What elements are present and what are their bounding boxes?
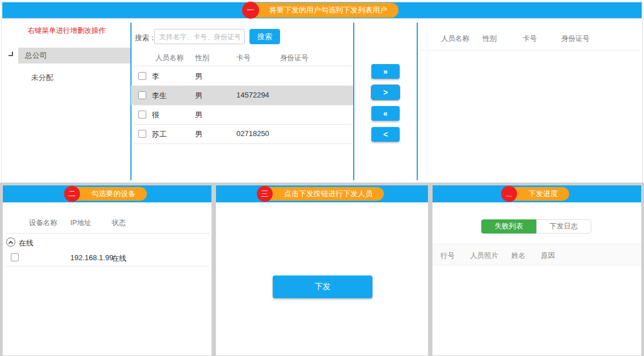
result-header-strip: 行号 人员照片 姓名 原因 bbox=[433, 244, 641, 265]
result-col-photo: 人员照片 bbox=[470, 251, 498, 261]
target-col-card: 卡号 bbox=[523, 34, 537, 44]
step3-instruction: 点击下发按钮进行下发人员 bbox=[284, 189, 372, 199]
cell-card: 02718250 bbox=[236, 129, 269, 138]
row-checkbox[interactable] bbox=[138, 130, 146, 138]
step1-instruction: 将要下发的用户勾选到下发列表用户 bbox=[269, 5, 387, 15]
source-col-name: 人员名称 bbox=[155, 53, 184, 63]
result-col-reason: 原因 bbox=[541, 251, 555, 261]
row-checkbox[interactable] bbox=[138, 72, 146, 80]
row-checkbox[interactable] bbox=[138, 111, 146, 118]
tree-item-company[interactable]: 总公司 bbox=[18, 48, 130, 63]
tab-failed-list[interactable]: 失败列表 bbox=[481, 219, 536, 234]
row-checkbox[interactable] bbox=[138, 91, 146, 99]
cell-gender: 男 bbox=[195, 129, 202, 139]
tree-hint: 右键菜单进行增删改操作 bbox=[2, 26, 131, 36]
distribute-panel: 三 点击下发按钮进行下发人员 下发 bbox=[215, 185, 429, 356]
source-col-gender: 性别 bbox=[195, 53, 209, 63]
cell-gender: 男 bbox=[195, 91, 202, 101]
step1-header-bar: 一 将要下发的用户勾选到下发列表用户 bbox=[2, 2, 642, 19]
search-button[interactable]: 搜索 bbox=[249, 29, 280, 44]
cell-gender: 男 bbox=[195, 71, 202, 82]
cell-name: 李 bbox=[152, 71, 159, 82]
cell-name: 李生 bbox=[152, 91, 167, 101]
cell-gender: 男 bbox=[195, 110, 202, 120]
step1-badge: 一 将要下发的用户勾选到下发列表用户 bbox=[245, 3, 399, 18]
devices-panel: 二 勾选要的设备 设备名称 IP地址 状态 在线 192.168.1.99 在线 bbox=[2, 185, 212, 356]
tab-distribute-log[interactable]: 下发日志 bbox=[536, 219, 591, 234]
cell-name: 苏工 bbox=[152, 129, 167, 139]
progress-panel: ... 下发进度 失败列表 下发日志 行号 人员照片 姓名 原因 bbox=[432, 185, 642, 356]
move-right-button[interactable]: > bbox=[371, 85, 400, 100]
device-status: 在线 bbox=[112, 253, 126, 264]
move-all-right-button[interactable]: » bbox=[371, 64, 400, 79]
tree-item-unassigned[interactable]: 未分配 bbox=[31, 73, 53, 83]
move-all-left-button[interactable]: « bbox=[371, 106, 400, 121]
step1-number-icon: 一 bbox=[242, 2, 259, 19]
move-left-button[interactable]: < bbox=[371, 127, 400, 142]
source-col-card: 卡号 bbox=[236, 53, 251, 63]
step2-instruction: 勾选要的设备 bbox=[91, 189, 135, 199]
table-row[interactable]: 苏工 男 02718250 bbox=[131, 124, 353, 143]
device-ip: 192.168.1.99 bbox=[70, 253, 113, 262]
tree-expand-icon[interactable] bbox=[9, 52, 13, 56]
step2-header-bar: 二 勾选要的设备 bbox=[3, 185, 211, 202]
transfer-right-divider bbox=[417, 23, 418, 180]
distribute-button[interactable]: 下发 bbox=[273, 276, 372, 298]
step4-instruction: 下发进度 bbox=[528, 189, 558, 199]
search-input[interactable] bbox=[154, 29, 245, 44]
tree-item-company-label: 总公司 bbox=[25, 50, 47, 61]
table-row[interactable]: 李 男 bbox=[131, 66, 353, 86]
search-label: 搜索： bbox=[135, 33, 156, 43]
target-col-id: 身份证号 bbox=[561, 34, 590, 44]
table-row[interactable]: 很 男 bbox=[131, 105, 353, 124]
table-row-selected[interactable]: 李生 男 14572294 bbox=[131, 86, 353, 105]
row-divider bbox=[134, 143, 351, 144]
device-row-divider bbox=[6, 266, 209, 266]
step3-badge: 三 点击下发按钮进行下发人员 bbox=[260, 187, 384, 201]
device-col-ip: IP地址 bbox=[70, 218, 91, 228]
step3-header-bar: 三 点击下发按钮进行下发人员 bbox=[216, 185, 428, 202]
device-col-status: 状态 bbox=[112, 218, 126, 228]
device-group-row[interactable]: 在线 bbox=[3, 236, 211, 250]
step4-header-bar: ... 下发进度 bbox=[433, 185, 641, 202]
step4-badge: ... 下发进度 bbox=[505, 187, 569, 201]
step2-number-icon: 二 bbox=[64, 186, 80, 202]
step3-number-icon: 三 bbox=[257, 186, 273, 202]
cell-card: 14572294 bbox=[236, 91, 269, 99]
target-col-gender: 性别 bbox=[482, 34, 497, 44]
target-header-divider bbox=[420, 50, 642, 50]
transfer-left-divider bbox=[353, 23, 354, 180]
device-header-divider bbox=[6, 233, 209, 234]
device-checkbox[interactable] bbox=[11, 253, 19, 261]
device-row[interactable]: 192.168.1.99 在线 bbox=[3, 251, 211, 266]
source-col-id: 身份证号 bbox=[280, 53, 308, 63]
target-col-name: 人员名称 bbox=[441, 34, 469, 44]
collapse-group-icon[interactable] bbox=[6, 238, 15, 247]
device-group-label: 在线 bbox=[19, 238, 33, 248]
step4-number-icon: ... bbox=[501, 186, 517, 202]
cell-name: 很 bbox=[152, 110, 159, 120]
device-col-name: 设备名称 bbox=[29, 218, 57, 228]
result-col-row: 行号 bbox=[440, 251, 455, 261]
step2-badge: 二 勾选要的设备 bbox=[67, 187, 147, 201]
result-col-name: 姓名 bbox=[511, 251, 526, 261]
